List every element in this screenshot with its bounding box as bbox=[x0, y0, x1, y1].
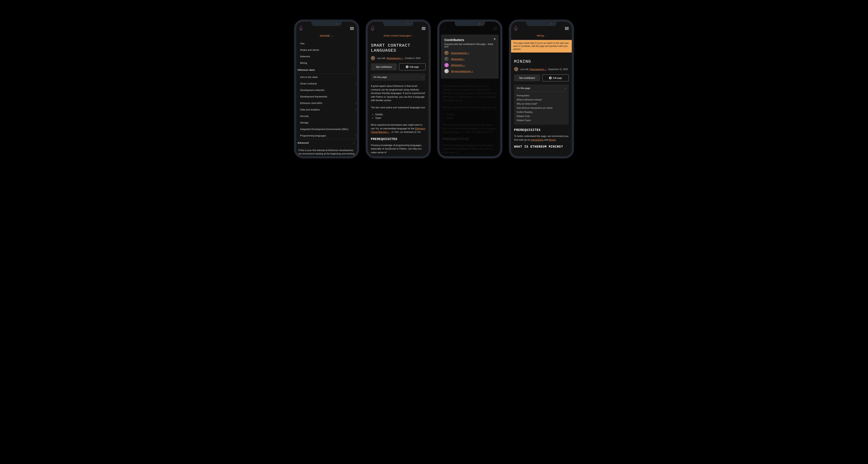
on-this-page-accordion[interactable]: On this page › bbox=[371, 73, 426, 81]
page-content: SMART CONTRACT LANGUAGES Last edit: @sam… bbox=[368, 40, 429, 156]
contributor-link[interactable]: @ryancreatescopy ↗ bbox=[451, 70, 473, 72]
breadcrumb-label: README bbox=[320, 34, 330, 37]
sidebar-item-data-analytics[interactable]: Data and analytics› bbox=[296, 106, 357, 113]
page-title: MINING bbox=[514, 56, 569, 67]
github-icon bbox=[406, 66, 408, 68]
page-title: SMART CONTRACT LANGUAGES bbox=[371, 40, 426, 56]
chevron-right-icon: › bbox=[422, 76, 423, 79]
list-item: Vyper bbox=[375, 116, 426, 120]
toc-item[interactable]: Related Tools bbox=[517, 114, 566, 118]
contributor-row: T @hrkrshnn ↗ bbox=[444, 63, 495, 67]
page-content: This page needs help! If you're an exper… bbox=[511, 40, 572, 156]
sidebar-item-networks[interactable]: Networks bbox=[296, 53, 357, 60]
breadcrumb-label: Mining bbox=[537, 34, 544, 37]
toc-item[interactable]: What is Ethereum mining? bbox=[517, 98, 566, 102]
github-icon bbox=[549, 76, 552, 79]
sidebar-item-ides[interactable]: Integrated Development Environments (IDE… bbox=[296, 126, 357, 132]
contributor-link[interactable]: @franzihei ↗ bbox=[451, 58, 465, 60]
toc-item[interactable]: Further Reading bbox=[517, 110, 566, 114]
paragraph: More experienced developers also might w… bbox=[371, 123, 426, 134]
sidebar-list: Gas Nodes and clients Networks Mining Et… bbox=[296, 40, 357, 147]
avatar bbox=[444, 69, 449, 73]
sidebar-item-client-apis[interactable]: Ethereum client APIs› bbox=[296, 100, 357, 106]
sidebar-item-nodes[interactable]: Nodes and clients bbox=[296, 47, 357, 53]
phone-notch bbox=[311, 22, 342, 26]
menu-icon[interactable] bbox=[422, 27, 426, 30]
breadcrumb[interactable]: Mining › bbox=[511, 32, 572, 40]
contributor-link[interactable]: @samajammin ↗ bbox=[451, 52, 469, 54]
phone-readme: README ⌄ Gas Nodes and clients Networks … bbox=[294, 20, 359, 158]
contributor-row: @franzihei ↗ bbox=[444, 57, 495, 61]
sidebar-item-security[interactable]: Security bbox=[296, 113, 357, 119]
chevron-right-icon: › bbox=[355, 102, 356, 104]
ethereum-logo-icon[interactable] bbox=[299, 26, 303, 31]
sidebar-item-smart-contracts[interactable]: Smart contracts› bbox=[296, 80, 357, 87]
phone-scl: Smart contract languages › SMART CONTRAC… bbox=[366, 20, 431, 158]
chevron-down-icon: ⌄ bbox=[331, 34, 333, 37]
sidebar-item-dev-networks[interactable]: Development networks bbox=[296, 87, 357, 93]
paragraph: A great aspect about Ethereum is that sm… bbox=[371, 84, 426, 102]
prerequisites-heading: PREREQUISITES bbox=[371, 137, 426, 141]
help-banner: This page needs help! If you're an exper… bbox=[511, 40, 572, 53]
sidebar-item-gas[interactable]: Gas bbox=[296, 40, 357, 47]
ethereum-logo-icon[interactable] bbox=[514, 26, 518, 31]
paragraph: To better understand this page, we recom… bbox=[514, 134, 569, 142]
readme-body: If this is your first attempt at Ethereu… bbox=[296, 147, 357, 156]
contributor-link[interactable]: @hrkrshnn ↗ bbox=[451, 64, 465, 66]
phone-notch bbox=[526, 22, 557, 26]
phone-notch bbox=[455, 22, 485, 26]
link-blocks[interactable]: blocks bbox=[549, 138, 556, 141]
paragraph: The two most active and maintained langu… bbox=[371, 106, 426, 110]
toc-item[interactable]: Related Topics bbox=[517, 118, 566, 122]
prerequisites-heading: PREREQUISITES bbox=[514, 128, 569, 132]
chevron-right-icon: › bbox=[412, 34, 413, 37]
contributors-modal: × Contributors Everyone who has contribu… bbox=[441, 35, 498, 79]
chevron-right-icon: › bbox=[355, 134, 356, 137]
contributor-row: @ryancreatescopy ↗ bbox=[444, 69, 495, 73]
sidebar-item-dev-frameworks[interactable]: Development frameworks bbox=[296, 93, 357, 100]
toc-item[interactable]: How Etherum transactions are mined bbox=[517, 106, 566, 110]
modal-subtitle: Everyone who has contributed to this pag… bbox=[444, 43, 495, 48]
sidebar-item-intro-stack[interactable]: Intro to the stack bbox=[296, 74, 357, 80]
sidebar-item-storage[interactable]: Storage bbox=[296, 119, 357, 126]
list-item: Solidity bbox=[375, 113, 426, 116]
phone-contributors: On this page › A great aspect about Ethe… bbox=[437, 20, 502, 158]
avatar bbox=[371, 56, 375, 60]
menu-icon[interactable] bbox=[350, 27, 354, 30]
languages-list: Solidity Vyper bbox=[371, 113, 426, 120]
on-this-page-accordion[interactable]: On this page ⌄ Prerequisites What is Eth… bbox=[514, 85, 569, 125]
close-icon[interactable]: × bbox=[494, 37, 496, 41]
sidebar-section-stack[interactable]: Ethereum stack ⌄ bbox=[296, 66, 357, 74]
phone-mining: Mining › This page needs help! If you're… bbox=[509, 20, 574, 158]
last-edit-meta: Last edit: @samajammin ↗ , September 22,… bbox=[514, 67, 569, 71]
chevron-right-icon: › bbox=[545, 34, 546, 37]
avatar: T bbox=[444, 63, 449, 67]
editor-link[interactable]: @samajammin ↗ bbox=[529, 68, 546, 70]
menu-icon[interactable] bbox=[565, 27, 569, 30]
see-contributors-button[interactable]: See contributors bbox=[514, 74, 540, 82]
what-is-mining-heading: WHAT IS ETHEREUM MINING? bbox=[514, 145, 569, 149]
modal-title: Contributors bbox=[444, 38, 495, 42]
avatar bbox=[514, 67, 519, 71]
sidebar-item-mining[interactable]: Mining bbox=[296, 60, 357, 66]
toc-item[interactable]: Prerequisites bbox=[517, 94, 566, 98]
breadcrumb[interactable]: Smart contract languages › bbox=[368, 32, 429, 40]
breadcrumb[interactable]: README ⌄ bbox=[296, 32, 357, 40]
edit-page-button[interactable]: Edit page bbox=[399, 63, 426, 70]
avatar bbox=[444, 51, 449, 55]
sidebar-section-advanced[interactable]: Advanced › bbox=[296, 139, 357, 147]
chevron-down-icon: ⌄ bbox=[352, 69, 354, 71]
edit-page-button[interactable]: Edit page bbox=[542, 74, 569, 82]
see-contributors-button[interactable]: See contributors bbox=[371, 63, 397, 70]
link-transactions[interactable]: transactions bbox=[531, 138, 544, 141]
chevron-right-icon: › bbox=[354, 142, 354, 144]
chevron-right-icon: › bbox=[355, 83, 356, 85]
editor-link[interactable]: @samajammin ↗ bbox=[386, 57, 403, 59]
chevron-down-icon: ⌄ bbox=[564, 87, 566, 89]
breadcrumb-label: Smart contract languages bbox=[383, 34, 410, 37]
toc-item[interactable]: Why do miners exist? bbox=[517, 102, 566, 106]
ethereum-logo-icon[interactable] bbox=[371, 26, 374, 31]
contributor-row: @samajammin ↗ bbox=[444, 51, 495, 55]
sidebar-item-prog-langs[interactable]: Programming languages› bbox=[296, 132, 357, 139]
phone-notch bbox=[383, 22, 413, 26]
